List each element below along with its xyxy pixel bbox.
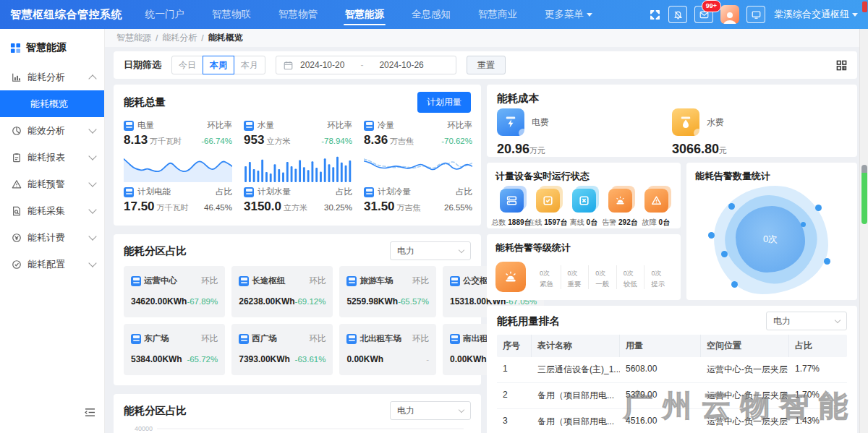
scrollbar-thumb[interactable] xyxy=(861,165,867,224)
water-fee-icon xyxy=(672,108,699,136)
bell-slash-icon xyxy=(673,10,683,20)
ranking-energy-type-select[interactable]: 电力 xyxy=(766,312,847,330)
sidebar-item-energy-report[interactable]: 能耗报表 xyxy=(0,144,104,171)
device-stat-offline: 离线 0台 xyxy=(566,189,601,228)
meter-icon xyxy=(239,276,249,286)
device-total-icon xyxy=(500,189,524,213)
ranking-table-header: 序号 表计名称 用量 空间位置 占比 xyxy=(497,335,847,357)
chevron-down-icon xyxy=(835,317,841,323)
date-end: 2024-10-26 xyxy=(379,60,423,70)
user-avatar[interactable] xyxy=(720,5,739,24)
device-stat-alarm: 告警 292台 xyxy=(603,189,637,228)
layout-toggle-button[interactable] xyxy=(836,60,847,71)
top-menu-energy[interactable]: 智慧能源 xyxy=(344,1,386,28)
sidebar-item-efficiency-analysis[interactable]: 能效分析 xyxy=(0,117,104,144)
zone-tile-longdistance-hub[interactable]: 长途枢纽环比26238.00KWh-69.12% xyxy=(231,266,333,317)
sidebar-item-energy-billing[interactable]: 能耗计费 xyxy=(0,224,104,251)
layout-grid-icon xyxy=(836,60,847,71)
zone-tile-tourist-lot[interactable]: 旅游车场环比5259.98KWh-65.57% xyxy=(339,266,436,317)
meter-icon xyxy=(131,276,141,286)
alarm-count-card: 能耗告警数量统计 0次 xyxy=(686,163,857,300)
meter-icon xyxy=(346,276,357,286)
top-menu-iot[interactable]: 智慧物联 xyxy=(210,1,252,28)
top-menu-more[interactable]: 更多菜单 xyxy=(543,1,594,28)
electricity-ratio: -66.74% xyxy=(201,137,232,145)
meter-icon xyxy=(124,121,134,131)
chevron-down-icon xyxy=(459,247,464,253)
chevron-down-icon xyxy=(88,205,96,213)
chevron-down-icon xyxy=(88,232,96,240)
top-menu-portal[interactable]: 统一门户 xyxy=(144,1,186,28)
chevron-down-icon xyxy=(852,13,858,17)
sidebar-item-energy-warning[interactable]: 能耗预警 xyxy=(0,171,104,197)
tab-today[interactable]: 今日 xyxy=(171,56,203,74)
module-grid-icon xyxy=(10,43,21,53)
zone-chart-energy-type-select[interactable]: 电力 xyxy=(390,401,471,420)
tab-this-week[interactable]: 本周 xyxy=(203,56,234,74)
table-row[interactable]: 3备用（项目部用电...4516.00运营中心-负一层夹层1.43% xyxy=(497,409,847,433)
breadcrumb-analysis[interactable]: 能耗分析 xyxy=(162,32,197,44)
person-icon xyxy=(722,11,738,24)
notification-mute-button[interactable] xyxy=(668,6,687,23)
sidebar-item-energy-config[interactable]: 能耗配置 xyxy=(0,251,104,278)
breadcrumb-current: 能耗概览 xyxy=(208,32,243,44)
sidebar-item-energy-overview-active[interactable]: 能耗概览 xyxy=(0,90,104,117)
top-menu-holo[interactable]: 全息感知 xyxy=(410,1,452,28)
page-scrollbar[interactable] xyxy=(859,29,868,433)
zone-tile-north-taxi[interactable]: 北出租车场环比0.00KWh- xyxy=(339,324,436,375)
device-alarm-icon xyxy=(608,189,632,213)
meter-icon xyxy=(346,334,357,344)
planned-usage-button[interactable]: 计划用量 xyxy=(417,92,471,113)
metric-cooling: 冷量环比率 8.36万吉焦-70.62% 计划冷量占比 31.50万吉焦26.5… xyxy=(364,120,472,217)
top-menu-business[interactable]: 智慧商业 xyxy=(477,1,519,28)
cost-electricity: 电费 20.96万元 xyxy=(497,108,672,157)
sidebar-item-energy-collection[interactable]: 能耗采集 xyxy=(0,197,104,224)
sidebar-collapse-button[interactable] xyxy=(85,407,95,420)
file-search-icon xyxy=(12,206,22,216)
tab-this-month[interactable]: 本月 xyxy=(234,56,265,74)
sidebar-title: 智慧能源 xyxy=(0,29,104,64)
messages-button[interactable]: 99+ xyxy=(694,6,713,23)
meter-icon xyxy=(124,187,134,197)
water-sparkline-chart xyxy=(244,150,352,182)
breadcrumb-energy[interactable]: 智慧能源 xyxy=(116,32,151,44)
cooling-ratio: -70.62% xyxy=(441,137,472,145)
top-menu-property[interactable]: 智慧物管 xyxy=(277,1,319,28)
zone-energy-type-select[interactable]: 电力 xyxy=(390,241,471,260)
alarm-siren-icon xyxy=(495,262,526,292)
zone-tile-east-plaza[interactable]: 东广场环比5384.00KWh-65.72% xyxy=(124,324,225,375)
zone-share-chart-card: 能耗分区占比 电力 400003000020000100000运营中心长途枢纽旅… xyxy=(114,394,481,433)
zone-share-card: 能耗分区占比 电力 运营中心环比34620.00KWh-67.89% 长途枢纽环… xyxy=(114,234,481,385)
app-title: 智慧枢纽综合管控系统 xyxy=(10,8,122,22)
svg-text:40000: 40000 xyxy=(135,425,153,432)
date-range-tabs: 今日 本周 本月 xyxy=(171,56,265,74)
top-navigation-bar: 智慧枢纽综合管控系统 统一门户 智慧物联 智慧物管 智慧能源 全息感知 智慧商业… xyxy=(0,0,868,29)
alarm-count-bubble-chart: 0次 xyxy=(686,184,857,299)
coin-icon xyxy=(12,233,22,243)
zone-tile-west-plaza[interactable]: 西广场环比7393.00KWh-63.61% xyxy=(231,324,333,375)
chevron-down-icon xyxy=(88,152,96,160)
zone-tile-operations-center[interactable]: 运营中心环比34620.00KWh-67.89% xyxy=(124,266,225,317)
chevron-down-icon xyxy=(88,179,96,187)
date-range-picker[interactable]: 2024-10-20 - 2024-10-26 xyxy=(276,56,456,74)
reset-button[interactable]: 重置 xyxy=(467,56,506,74)
device-status-card: 计量设备实时运行状态 总数 1889台 在线 1597台 xyxy=(487,163,681,228)
sidebar: 智慧能源 能耗分析 能耗概览 能效分析 能耗报表 能耗预警 能耗采集 xyxy=(0,29,105,433)
fullscreen-icon[interactable] xyxy=(648,8,661,21)
table-row[interactable]: 2备用（项目部用电...5379.00运营中心-负一层夹层1.70% xyxy=(497,383,847,409)
metric-electricity: 电量环比率 8.13万千瓦时-66.74% 计划电能占比 17.50万千瓦时46… xyxy=(124,120,232,217)
message-count-badge: 99+ xyxy=(702,0,721,12)
breadcrumb: 智慧能源/ 能耗分析/ 能耗概览 xyxy=(105,29,868,47)
screen-button[interactable] xyxy=(746,6,765,23)
organization-switcher[interactable]: 棠溪综合交通枢纽 xyxy=(774,8,858,21)
warning-triangle-icon xyxy=(12,179,22,189)
chevron-down-icon xyxy=(88,125,96,133)
device-fault-icon xyxy=(644,189,668,213)
date-start: 2024-10-20 xyxy=(300,60,344,70)
energy-total-title: 能耗总量 xyxy=(124,95,166,109)
meter-icon xyxy=(239,334,249,344)
sidebar-item-energy-analysis[interactable]: 能耗分析 xyxy=(0,64,104,90)
bar-chart-icon xyxy=(12,72,22,82)
cost-water: 水费 3066.80元 xyxy=(672,108,847,157)
table-row[interactable]: 1三层通信设备(主)_1...5608.00运营中心-负一层夹层1.77% xyxy=(497,357,847,383)
